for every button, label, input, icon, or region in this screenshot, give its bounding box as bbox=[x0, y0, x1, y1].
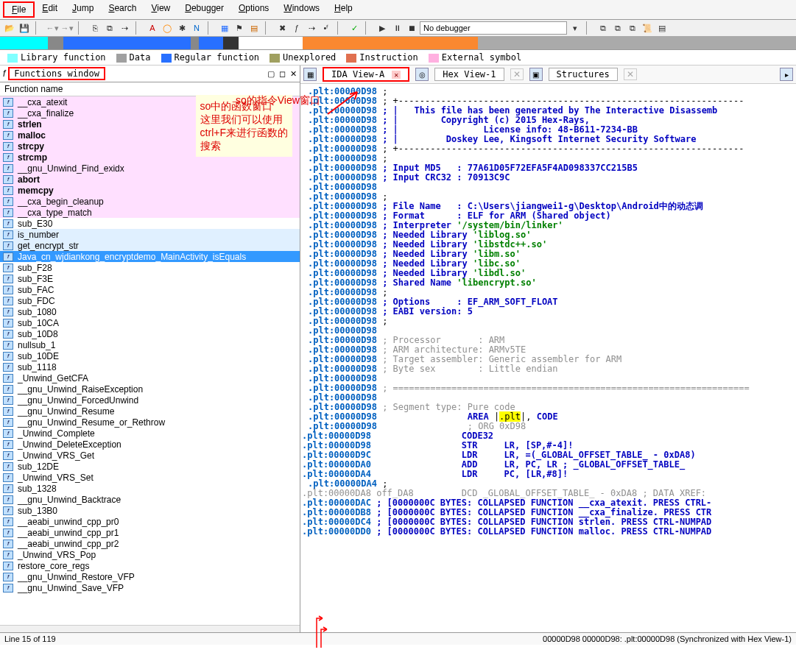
tab-hex-view[interactable]: Hex View-1 bbox=[434, 68, 504, 81]
open-icon[interactable]: 📂 bbox=[3, 21, 16, 35]
menu-windows[interactable]: Windows bbox=[276, 1, 327, 18]
text-icon[interactable]: ✱ bbox=[175, 21, 189, 35]
statusbar: Line 15 of 119 00000D98 00000D98: .plt:0… bbox=[0, 632, 796, 645]
overview-bar[interactable] bbox=[0, 37, 796, 50]
legend-item: Instruction bbox=[346, 52, 418, 63]
n-icon[interactable]: N bbox=[190, 21, 203, 35]
hex-icon[interactable]: ◎ bbox=[415, 68, 429, 81]
functions-pane: f Functions window ▢ ◻ ✕ Function name s… bbox=[0, 66, 300, 632]
function-row[interactable]: fabort bbox=[0, 174, 300, 185]
function-row[interactable]: f__cxa_begin_cleanup bbox=[0, 196, 300, 207]
restore-icon[interactable]: ▢ bbox=[267, 69, 275, 79]
function-row[interactable]: fsub_F3E bbox=[0, 273, 300, 284]
function-row[interactable]: f_Unwind_DeleteException bbox=[0, 439, 300, 450]
workspace: f Functions window ▢ ◻ ✕ Function name s… bbox=[0, 66, 796, 632]
f-icon[interactable]: ƒ bbox=[290, 21, 303, 35]
back-icon[interactable]: ←▾ bbox=[46, 21, 59, 35]
view-icon[interactable]: ▦ bbox=[303, 68, 317, 81]
menu-search[interactable]: Search bbox=[101, 1, 144, 18]
function-row[interactable]: f_Unwind_GetCFA bbox=[0, 372, 300, 383]
menu-debugger[interactable]: Debugger bbox=[177, 1, 231, 18]
maximize-icon[interactable]: ◻ bbox=[279, 69, 286, 79]
function-row[interactable]: fsub_FDC bbox=[0, 295, 300, 306]
close-tab3-icon[interactable]: ✕ bbox=[624, 68, 637, 80]
function-row[interactable]: f__gnu_Unwind_Backtrace bbox=[0, 494, 300, 505]
struct-icon[interactable]: ▣ bbox=[529, 68, 543, 81]
function-list[interactable]: f__cxa_atexitf__cxa_finalizefstrlenfmall… bbox=[0, 96, 300, 625]
dropdown-icon[interactable]: ▾ bbox=[568, 21, 582, 35]
function-row[interactable]: f__gnu_Unwind_Find_exidx bbox=[0, 163, 300, 174]
function-row[interactable]: fsub_10CA bbox=[0, 317, 300, 328]
function-row[interactable]: f_Unwind_Complete bbox=[0, 428, 300, 439]
menu-view[interactable]: View bbox=[144, 1, 177, 18]
menu-options[interactable]: Options bbox=[231, 1, 276, 18]
function-row[interactable]: fis_number bbox=[0, 229, 300, 240]
debugger-select[interactable] bbox=[420, 21, 567, 35]
function-row[interactable]: fsub_F28 bbox=[0, 262, 300, 273]
function-row[interactable]: f_Unwind_VRS_Set bbox=[0, 472, 300, 483]
function-row[interactable]: fsub_E30 bbox=[0, 218, 300, 229]
function-row[interactable]: f_Unwind_VRS_Pop bbox=[0, 549, 300, 560]
arrow-icon[interactable]: ⇢ bbox=[305, 21, 318, 35]
function-row[interactable]: f__aeabi_unwind_cpp_pr1 bbox=[0, 527, 300, 538]
function-row[interactable]: f__aeabi_unwind_cpp_pr2 bbox=[0, 538, 300, 549]
link-icon[interactable]: ⇢ bbox=[118, 21, 131, 35]
check-icon[interactable]: ✓ bbox=[348, 21, 361, 35]
menu-edit[interactable]: Edit bbox=[35, 1, 65, 18]
x-icon[interactable]: ✖ bbox=[275, 21, 289, 35]
function-row[interactable]: fget_encrypt_str bbox=[0, 240, 300, 251]
circle-icon[interactable]: ◯ bbox=[161, 21, 174, 35]
h-scrollbar[interactable] bbox=[0, 625, 300, 632]
forward-icon[interactable]: →▾ bbox=[60, 21, 74, 35]
menu-file[interactable]: File bbox=[3, 1, 35, 18]
play-icon[interactable]: ▶ bbox=[376, 21, 389, 35]
tab-structures[interactable]: Structures bbox=[549, 68, 618, 81]
bars-icon[interactable]: ▤ bbox=[247, 21, 261, 35]
function-row[interactable]: f__gnu_Unwind_Resume_or_Rethrow bbox=[0, 417, 300, 428]
cfg1-icon[interactable]: ⧉ bbox=[596, 21, 610, 35]
mark1-icon[interactable]: A bbox=[146, 21, 159, 35]
more-icon[interactable]: ▸ bbox=[780, 68, 793, 81]
tab-ida-view-a[interactable]: IDA View-A✕ bbox=[323, 67, 409, 82]
menu-help[interactable]: Help bbox=[327, 1, 360, 18]
function-row[interactable]: fmemcpy bbox=[0, 185, 300, 196]
close-tab-icon[interactable]: ✕ bbox=[392, 71, 401, 79]
stop-icon[interactable]: ⏹ bbox=[405, 21, 418, 35]
close-tab2-icon[interactable]: ✕ bbox=[510, 68, 524, 80]
list-icon[interactable]: ▤ bbox=[655, 21, 669, 35]
close-pane-icon[interactable]: ✕ bbox=[290, 69, 297, 79]
save-icon[interactable]: 💾 bbox=[18, 21, 31, 35]
function-row[interactable]: frestore_core_regs bbox=[0, 560, 300, 571]
function-row[interactable]: f__gnu_Unwind_ForcedUnwind bbox=[0, 395, 300, 406]
function-row[interactable]: f__cxa_type_match bbox=[0, 207, 300, 218]
function-row[interactable]: fnullsub_1 bbox=[0, 339, 300, 350]
function-row[interactable]: fJava_cn_wjdiankong_encryptdemo_MainActi… bbox=[0, 251, 300, 262]
menu-jump[interactable]: Jump bbox=[65, 1, 101, 18]
function-row[interactable]: f_Unwind_VRS_Get bbox=[0, 450, 300, 461]
status-left: Line 15 of 119 bbox=[4, 634, 56, 643]
script-icon[interactable]: 📜 bbox=[641, 21, 654, 35]
flag-icon[interactable]: ⚑ bbox=[233, 21, 246, 35]
cfg2-icon[interactable]: ⧉ bbox=[611, 21, 624, 35]
function-row[interactable]: fsub_10D8 bbox=[0, 328, 300, 339]
function-row[interactable]: f__gnu_Unwind_Save_VFP bbox=[0, 582, 300, 593]
function-row[interactable]: f__gnu_Unwind_Resume bbox=[0, 406, 300, 417]
function-row[interactable]: fsub_12DE bbox=[0, 461, 300, 472]
grid-icon[interactable]: ▦ bbox=[218, 21, 231, 35]
group-icon[interactable]: ⧉ bbox=[103, 21, 116, 35]
function-row[interactable]: f__aeabi_unwind_cpp_pr0 bbox=[0, 516, 300, 527]
pause-icon[interactable]: ⏸ bbox=[390, 21, 404, 35]
function-row[interactable]: fsub_10DE bbox=[0, 350, 300, 361]
copy-icon[interactable]: ⎘ bbox=[88, 21, 102, 35]
dot-icon[interactable]: •ᶠ bbox=[320, 21, 333, 35]
disasm-line[interactable]: .plt:00000DD0 ; [0000000C BYTES: COLLAPS… bbox=[308, 527, 789, 537]
function-row[interactable]: f__gnu_Unwind_Restore_VFP bbox=[0, 571, 300, 582]
disassembly-view[interactable]: .plt:00000D98 ;.plt:00000D98 ; +--------… bbox=[300, 84, 796, 632]
function-row[interactable]: f__gnu_Unwind_RaiseException bbox=[0, 383, 300, 395]
function-row[interactable]: fsub_1080 bbox=[0, 306, 300, 317]
function-row[interactable]: fsub_13B0 bbox=[0, 505, 300, 516]
function-row[interactable]: fsub_1118 bbox=[0, 361, 300, 372]
function-row[interactable]: fsub_1328 bbox=[0, 483, 300, 494]
cfg3-icon[interactable]: ⧉ bbox=[626, 21, 639, 35]
function-row[interactable]: fsub_FAC bbox=[0, 284, 300, 295]
